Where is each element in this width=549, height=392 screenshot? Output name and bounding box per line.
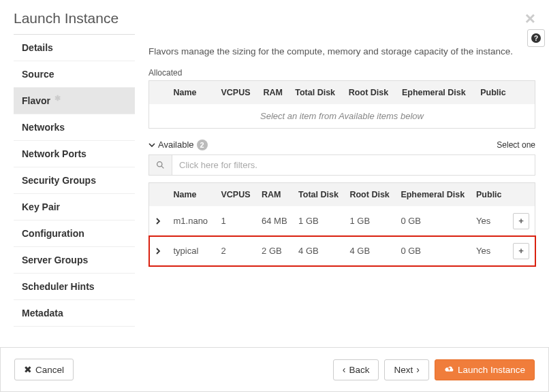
svg-line-1 — [161, 166, 163, 168]
cell-total-disk: 4 GB — [293, 236, 344, 267]
cell-vcpus: 1 — [216, 206, 257, 236]
modal-footer: ✖ Cancel ‹ Back Next › Launch Instance — [0, 347, 549, 392]
question-icon: ? — [531, 33, 541, 43]
cell-ephemeral-disk: 0 GB — [395, 206, 471, 236]
nav-item-flavor[interactable]: Flavor✱ — [14, 88, 135, 114]
col-vcpus: VCPUS — [216, 182, 257, 206]
available-header-row: Name VCPUS RAM Total Disk Root Disk Ephe… — [149, 182, 535, 206]
nav-item-key-pair[interactable]: Key Pair — [14, 194, 135, 220]
col-vcpus: VCPUS — [216, 80, 258, 104]
col-root-disk: Root Disk — [344, 182, 395, 206]
expand-row-button[interactable] — [149, 236, 168, 267]
cell-ephemeral-disk: 0 GB — [395, 236, 471, 267]
col-root-disk: Root Disk — [343, 80, 396, 104]
flavor-panel: ? Flavors manage the sizing for the comp… — [148, 34, 535, 327]
available-toggle[interactable]: Available 2 — [148, 140, 208, 150]
x-icon: ✖ — [24, 364, 32, 375]
cell-ram: 2 GB — [256, 236, 293, 267]
col-name: Name — [168, 80, 216, 104]
modal-header: Launch Instance × — [0, 0, 549, 34]
back-button[interactable]: ‹ Back — [333, 359, 379, 380]
next-button[interactable]: Next › — [384, 359, 428, 380]
nav-item-security-groups[interactable]: Security Groups — [14, 167, 135, 194]
available-table: Name VCPUS RAM Total Disk Root Disk Ephe… — [148, 182, 535, 267]
nav-item-metadata[interactable]: Metadata — [14, 300, 135, 327]
col-ram: RAM — [256, 182, 293, 206]
add-flavor-button[interactable]: + — [513, 243, 529, 259]
cell-name: typical — [168, 236, 216, 267]
cell-root-disk: 4 GB — [344, 236, 395, 267]
footer-right-group: ‹ Back Next › Launch Instance — [333, 359, 535, 380]
available-count-badge: 2 — [197, 140, 208, 150]
col-total-disk: Total Disk — [289, 80, 343, 104]
col-ephemeral-disk: Ephemeral Disk — [396, 80, 475, 104]
select-one-label: Select one — [497, 140, 535, 150]
help-button[interactable]: ? — [527, 29, 545, 47]
wizard-nav: Details Source Flavor✱ Networks Network … — [14, 34, 135, 327]
col-public: Public — [471, 182, 507, 206]
col-public: Public — [475, 80, 513, 104]
nav-item-scheduler-hints[interactable]: Scheduler Hints — [14, 274, 135, 300]
col-ephemeral-disk: Ephemeral Disk — [395, 182, 471, 206]
panel-description: Flavors manage the sizing for the comput… — [148, 45, 535, 59]
cell-ram: 64 MB — [256, 206, 293, 236]
chevron-left-icon: ‹ — [343, 365, 346, 374]
cell-total-disk: 1 GB — [293, 206, 344, 236]
nav-item-networks[interactable]: Networks — [14, 114, 135, 141]
add-flavor-button[interactable]: + — [513, 213, 529, 229]
chevron-down-icon — [148, 142, 155, 148]
svg-point-0 — [157, 161, 162, 166]
allocated-header-row: Name VCPUS RAM Total Disk Root Disk Ephe… — [149, 80, 535, 104]
col-name: Name — [168, 182, 216, 206]
cell-public: Yes — [471, 236, 507, 267]
launch-instance-button[interactable]: Launch Instance — [435, 359, 535, 380]
chevron-right-icon: › — [416, 365, 420, 374]
plus-icon: + — [518, 246, 524, 256]
close-icon[interactable]: × — [525, 10, 535, 27]
filter-input[interactable] — [172, 155, 535, 175]
cell-public: Yes — [471, 206, 507, 236]
available-label: Available — [158, 140, 194, 150]
nav-item-network-ports[interactable]: Network Ports — [14, 141, 135, 167]
allocated-empty-message: Select an item from Available items belo… — [149, 104, 535, 129]
cell-vcpus: 2 — [216, 236, 257, 267]
col-total-disk: Total Disk — [293, 182, 344, 206]
plus-icon: + — [518, 216, 524, 226]
modal-title: Launch Instance — [14, 10, 119, 27]
launch-instance-modal: Launch Instance × Details Source Flavor✱… — [0, 0, 549, 392]
cancel-button[interactable]: ✖ Cancel — [14, 359, 74, 380]
nav-item-server-groups[interactable]: Server Groups — [14, 247, 135, 274]
modal-body: Details Source Flavor✱ Networks Network … — [0, 34, 549, 327]
table-row: typical 2 2 GB 4 GB 4 GB 0 GB Yes + — [149, 236, 535, 267]
cell-name: m1.nano — [168, 206, 216, 236]
expand-row-button[interactable] — [149, 206, 168, 236]
allocated-table: Name VCPUS RAM Total Disk Root Disk Ephe… — [148, 80, 535, 129]
allocated-label: Allocated — [148, 68, 535, 78]
search-icon[interactable] — [149, 155, 172, 175]
table-row: m1.nano 1 64 MB 1 GB 1 GB 0 GB Yes + — [149, 206, 535, 236]
available-header: Available 2 Select one — [148, 140, 535, 150]
filter-row — [148, 154, 535, 176]
nav-item-source[interactable]: Source — [14, 61, 135, 88]
cloud-upload-icon — [444, 365, 454, 375]
col-ram: RAM — [258, 80, 290, 104]
nav-item-configuration[interactable]: Configuration — [14, 220, 135, 247]
nav-item-details[interactable]: Details — [14, 35, 135, 61]
cell-root-disk: 1 GB — [344, 206, 395, 236]
required-asterisk-icon: ✱ — [54, 94, 61, 103]
allocated-empty-row: Select an item from Available items belo… — [149, 104, 535, 129]
